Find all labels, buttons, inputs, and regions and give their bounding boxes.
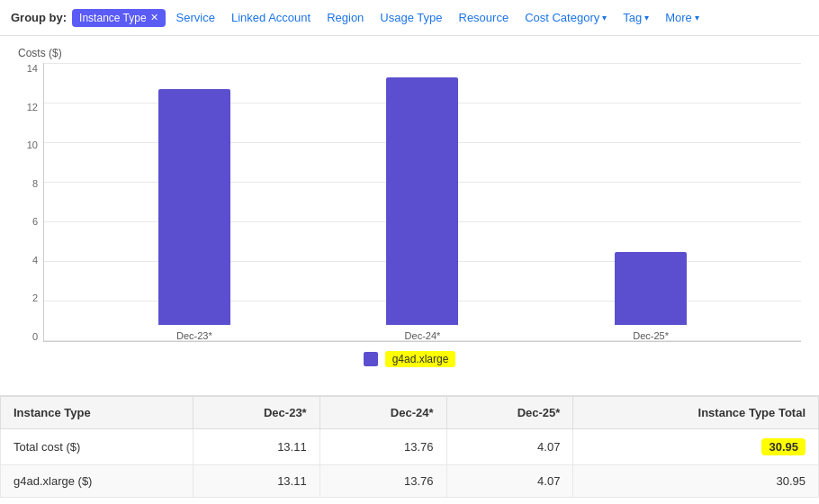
chart-container: 0 2 4 6 8 10 12 14 (18, 63, 801, 342)
bar-dec25 (615, 252, 687, 325)
cell-dec25: 4.07 (446, 429, 573, 465)
chevron-down-icon: ▾ (602, 13, 607, 22)
nav-tag[interactable]: Tag ▾ (617, 7, 654, 28)
group-by-label: Group by: (11, 11, 67, 24)
cost-table: Instance Type Dec-23* Dec-24* Dec-25* In… (0, 396, 819, 498)
bar-dec24 (386, 77, 458, 325)
chevron-down-icon: ▾ (695, 13, 699, 22)
cell-label: Total cost ($) (1, 429, 194, 465)
nav-region[interactable]: Region (321, 7, 369, 28)
legend: g4ad.xlarge (18, 351, 801, 367)
col-header-dec24: Dec-24* (320, 397, 446, 429)
col-header-dec25: Dec-25* (446, 397, 573, 429)
col-header-dec23: Dec-23* (193, 397, 320, 429)
legend-color-swatch (364, 352, 378, 366)
table-header-row: Instance Type Dec-23* Dec-24* Dec-25* In… (1, 397, 819, 429)
table-row: g4ad.xlarge ($) 13.11 13.76 4.07 30.95 (1, 465, 819, 498)
nav-usage-type[interactable]: Usage Type (374, 7, 447, 28)
bar-label-dec24: Dec-24* (405, 330, 441, 341)
top-bar: Group by: Instance Type ✕ Service Linked… (0, 0, 819, 36)
bar-label-dec23: Dec-23* (176, 330, 212, 341)
bar-label-dec25: Dec-25* (633, 330, 669, 341)
nav-cost-category[interactable]: Cost Category ▾ (519, 7, 612, 28)
col-header-total: Instance Type Total (573, 397, 819, 429)
bar-dec23 (158, 89, 230, 325)
cell-dec23: 13.11 (193, 465, 320, 498)
cell-dec25: 4.07 (446, 465, 573, 498)
nav-service[interactable]: Service (171, 7, 220, 28)
y-axis-label: Costs ($) (18, 47, 801, 59)
chart-area: Costs ($) 0 2 4 6 8 10 12 14 (0, 36, 819, 396)
bar-group-dec24: Dec-24* (386, 77, 458, 341)
y-axis: 0 2 4 6 8 10 12 14 (18, 63, 43, 342)
bar-group-dec25: Dec-25* (615, 252, 687, 341)
col-header-instance-type: Instance Type (1, 397, 194, 429)
active-filter-label: Instance Type (79, 12, 147, 24)
bars-area: Dec-23* Dec-24* Dec-25* (44, 63, 801, 341)
legend-label: g4ad.xlarge (385, 351, 456, 367)
active-filter-instance-type[interactable]: Instance Type ✕ (72, 9, 166, 27)
chart-inner: Dec-23* Dec-24* Dec-25* (43, 63, 801, 342)
nav-resource[interactable]: Resource (454, 7, 515, 28)
cell-dec24: 13.76 (320, 465, 446, 498)
chevron-down-icon: ▾ (644, 13, 649, 22)
cell-dec23: 13.11 (193, 429, 320, 465)
cell-total: 30.95 (573, 465, 819, 498)
table-row: Total cost ($) 13.11 13.76 4.07 30.95 (1, 429, 819, 465)
total-highlight: 30.95 (761, 438, 806, 455)
nav-more[interactable]: More ▾ (660, 7, 705, 28)
cell-label: g4ad.xlarge ($) (1, 465, 194, 498)
nav-linked-account[interactable]: Linked Account (226, 7, 316, 28)
cell-dec24: 13.76 (320, 429, 446, 465)
cell-total: 30.95 (573, 429, 819, 465)
close-icon[interactable]: ✕ (150, 12, 158, 23)
table-area: Instance Type Dec-23* Dec-24* Dec-25* In… (0, 396, 819, 498)
bar-group-dec23: Dec-23* (158, 89, 230, 341)
